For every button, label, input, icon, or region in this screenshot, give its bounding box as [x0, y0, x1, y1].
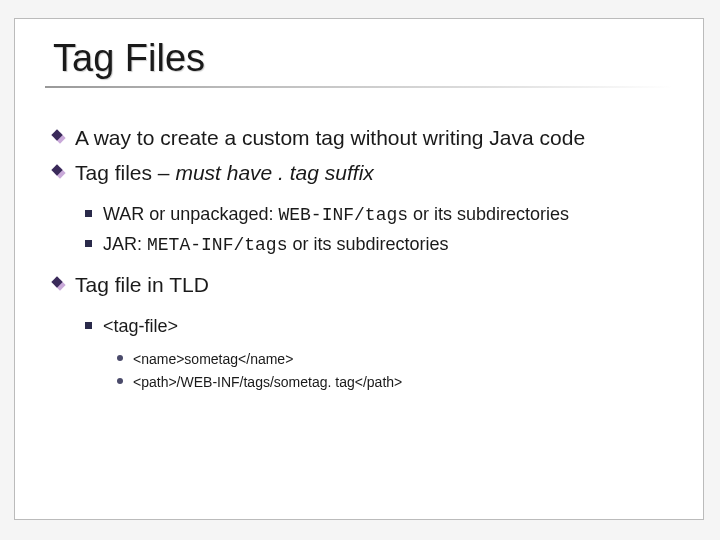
- slide: Tag Files A way to create a custom tag w…: [14, 18, 704, 520]
- diamond-icon: [53, 278, 66, 291]
- bullet-text-emph: must have . tag suffix: [175, 161, 373, 184]
- text: <tag-file>: [103, 316, 178, 336]
- bullet-tld: Tag file in TLD: [75, 271, 653, 298]
- dot-icon: [117, 355, 123, 361]
- sub-bullets-tld: <tag-file> <name>sometag</name> <path>/W…: [75, 307, 653, 407]
- sub-bullet-war: WAR or unpackaged: WEB-INF/tags or its s…: [103, 203, 653, 227]
- bullet-text-pre: Tag files –: [75, 161, 175, 184]
- sub-bullet-tagfile-elem: <tag-file>: [103, 315, 653, 338]
- bullet-tag-files: Tag files – must have . tag suffix: [75, 159, 653, 186]
- text-pre: JAR:: [103, 234, 147, 254]
- text: <name>sometag</name>: [133, 351, 293, 367]
- text-pre: WAR or unpackaged:: [103, 204, 278, 224]
- diamond-icon: [53, 131, 66, 144]
- text-code: WEB-INF/tags: [278, 205, 408, 225]
- bullet-custom-tag: A way to create a custom tag without wri…: [75, 124, 653, 151]
- sub-sub-bullet-path: <path>/WEB-INF/tags/sometag. tag</path>: [133, 373, 653, 391]
- sub-bullets-locations: WAR or unpackaged: WEB-INF/tags or its s…: [75, 195, 653, 272]
- text-post: or its subdirectories: [408, 204, 569, 224]
- square-icon: [85, 240, 92, 247]
- bullet-text: A way to create a custom tag without wri…: [75, 126, 585, 149]
- text-code: META-INF/tags: [147, 235, 287, 255]
- text: <path>/WEB-INF/tags/sometag. tag</path>: [133, 374, 402, 390]
- slide-title: Tag Files: [15, 19, 703, 84]
- diamond-icon: [53, 166, 66, 179]
- dot-icon: [117, 378, 123, 384]
- square-icon: [85, 322, 92, 329]
- sub-sub-bullets: <name>sometag</name> <path>/WEB-INF/tags…: [103, 344, 653, 398]
- text-post: or its subdirectories: [287, 234, 448, 254]
- bullet-text: Tag file in TLD: [75, 273, 209, 296]
- square-icon: [85, 210, 92, 217]
- sub-bullet-jar: JAR: META-INF/tags or its subdirectories: [103, 233, 653, 257]
- sub-sub-bullet-name: <name>sometag</name>: [133, 350, 653, 368]
- slide-content: A way to create a custom tag without wri…: [15, 88, 703, 406]
